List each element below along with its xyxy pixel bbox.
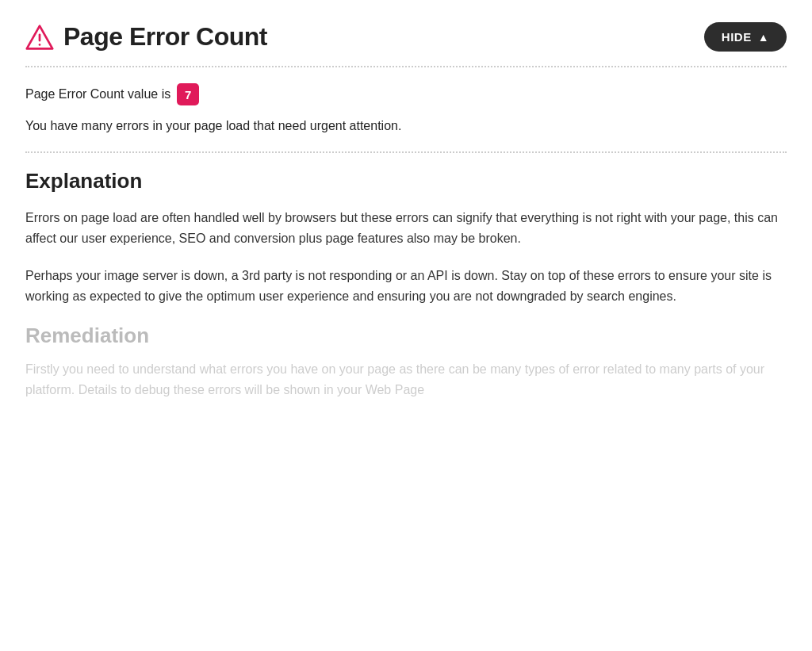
chevron-up-icon: ▲ bbox=[758, 31, 769, 44]
remediation-paragraph-1: Firstly you need to understand what erro… bbox=[25, 359, 787, 401]
page-title: Page Error Count bbox=[63, 22, 267, 52]
warning-icon bbox=[25, 23, 54, 52]
svg-rect-1 bbox=[39, 44, 41, 46]
explanation-paragraph-1: Errors on page load are often handled we… bbox=[25, 208, 787, 250]
explanation-title: Explanation bbox=[25, 169, 787, 193]
svg-rect-0 bbox=[39, 33, 41, 41]
hide-button[interactable]: HIDE ▲ bbox=[704, 22, 787, 52]
error-count-prefix: Page Error Count value is bbox=[25, 87, 170, 101]
top-divider bbox=[25, 66, 787, 67]
header-row: Page Error Count HIDE ▲ bbox=[25, 22, 787, 52]
urgent-message: You have many errors in your page load t… bbox=[25, 117, 787, 136]
remediation-title: Remediation bbox=[25, 324, 787, 348]
middle-divider bbox=[25, 151, 787, 153]
page-container: Page Error Count HIDE ▲ Page Error Count… bbox=[0, 0, 812, 438]
error-badge: 7 bbox=[177, 83, 199, 105]
title-group: Page Error Count bbox=[25, 22, 267, 52]
explanation-paragraph-2: Perhaps your image server is down, a 3rd… bbox=[25, 266, 787, 308]
hide-button-label: HIDE bbox=[722, 30, 752, 44]
error-count-line: Page Error Count value is 7 bbox=[25, 83, 787, 105]
